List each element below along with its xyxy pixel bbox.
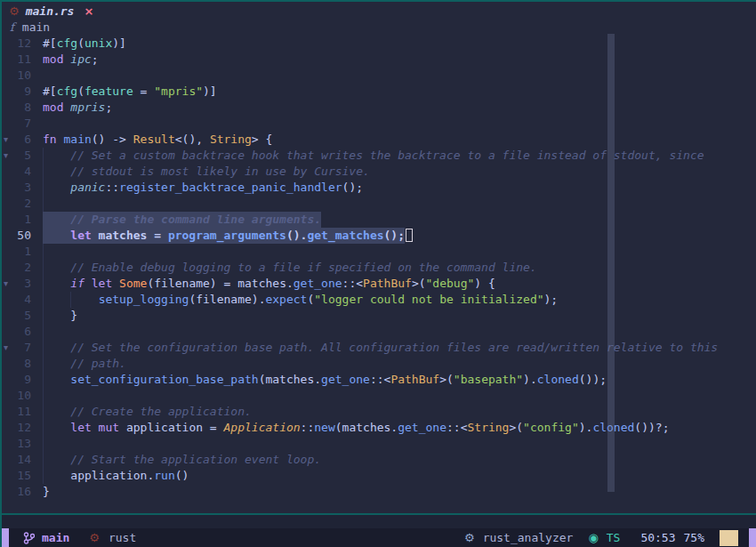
command-line[interactable] [2,515,756,528]
scrollbar-thumb[interactable] [607,34,615,492]
line-number: 1 [13,212,37,228]
code-line[interactable]: 4 setup_logging(filename).expect("logger… [2,292,756,308]
fold-spacer [2,388,13,404]
gutter-cell: 7 [2,116,37,132]
gutter-cell: 8 [2,356,37,372]
code-line[interactable]: ▾3 if let Some(filename) = matches.get_o… [2,276,756,292]
code-line[interactable]: 16} [2,484,756,500]
line-number: 5 [13,148,37,164]
cursor-position: 50:53 [640,531,675,544]
code-text: // Create the application. [43,404,252,420]
indent-guide [43,196,44,212]
lsp-server-name: rust_analyzer [483,531,574,544]
code-text: setup_logging(filename).expect("logger c… [43,292,558,308]
code-line[interactable]: 4 // stdout is most likely in use by Cur… [2,164,756,180]
code-text: // Start the application event loop. [43,452,321,468]
fold-spacer [2,468,13,484]
code-line[interactable]: 10 [2,388,756,404]
fold-spacer [2,356,13,372]
code-area[interactable]: 12#[cfg(unix)]11mod ipc;109#[cfg(feature… [2,34,756,513]
code-line[interactable]: 14 // Start the application event loop. [2,452,756,468]
code-line[interactable]: 12 let mut application = Application::ne… [2,420,756,436]
statusbar-right: ⚙ rust_analyzer ◉ TS 50:53 75% [464,530,749,546]
gutter-cell: 2 [2,260,37,276]
line-number: 10 [13,388,37,404]
line-number: 14 [13,452,37,468]
fold-spacer [2,52,13,68]
code-line[interactable]: 8 // path. [2,356,756,372]
fold-chevron-icon[interactable]: ▾ [2,340,13,356]
macro-indicator-block [720,530,738,546]
line-number: 16 [13,484,37,500]
indent-guide [43,244,44,260]
line-number: 7 [13,116,37,132]
gutter-cell: 4 [2,292,37,308]
code-line[interactable]: 9#[cfg(feature = "mpris")] [2,84,756,100]
fold-spacer [2,308,13,324]
line-number: 13 [13,436,37,452]
line-number: 9 [13,372,37,388]
line-number: 15 [13,468,37,484]
line-number: 50 [13,228,37,244]
line-number: 11 [13,52,37,68]
gutter-cell: 10 [2,68,37,84]
code-line[interactable]: 5 } [2,308,756,324]
code-text: #[cfg(unix)] [43,36,126,52]
tab-close-icon[interactable]: × [84,4,93,18]
code-line[interactable]: 1 // Parse the command line arguments. [2,212,756,228]
gutter-cell: 1 [2,244,37,260]
code-line[interactable]: 11 // Create the application. [2,404,756,420]
code-line[interactable]: 11mod ipc; [2,52,756,68]
gutter-cell: 9 [2,372,37,388]
line-number: 12 [13,420,37,436]
treesitter-icon: ◉ [588,531,598,544]
code-line[interactable]: 7 [2,116,756,132]
scroll-percent: 75% [684,531,704,544]
gutter-cell: 2 [2,196,37,212]
code-line[interactable]: 3 panic::register_backtrace_panic_handle… [2,180,756,196]
code-line[interactable]: 50 let matches = program_arguments().get… [2,228,756,244]
code-line[interactable]: 9 set_configuration_base_path(matches.ge… [2,372,756,388]
fold-spacer [2,484,13,500]
code-line[interactable]: 6 [2,324,756,340]
line-number: 11 [13,404,37,420]
gutter-cell: 1 [2,212,37,228]
code-line[interactable]: 15 application.run() [2,468,756,484]
fold-spacer [2,420,13,436]
code-line[interactable]: ▾7 // Set the configuration base path. A… [2,340,756,356]
code-line[interactable]: ▾6fn main() -> Result<(), String> { [2,132,756,148]
fold-chevron-icon[interactable]: ▾ [2,276,13,292]
code-line[interactable]: 10 [2,68,756,84]
code-line[interactable]: 12#[cfg(unix)] [2,36,756,52]
tab-main-rs[interactable]: ⚙ main.rs × [9,4,93,18]
code-text: // stdout is most likely in use by Cursi… [43,164,370,180]
gutter-cell: 6 [2,324,37,340]
fold-spacer [2,164,13,180]
gutter-cell: 16 [2,484,37,500]
gutter-cell: 12 [2,420,37,436]
fold-spacer [2,228,13,244]
gutter-cell: 8 [2,100,37,116]
code-line[interactable]: 2 [2,196,756,212]
fold-spacer [2,100,13,116]
gutter-cell: 9 [2,84,37,100]
fold-spacer [2,260,13,276]
line-number: 4 [13,292,37,308]
lsp-gear-icon: ⚙ [464,531,475,544]
fold-chevron-icon[interactable]: ▾ [2,148,13,164]
gutter-cell: ▾7 [2,340,37,356]
indent-guide [43,388,44,404]
code-line[interactable]: 1 [2,244,756,260]
breadcrumb: f main [2,20,756,34]
fold-spacer [2,196,13,212]
code-line[interactable]: 8mod mpris; [2,100,756,116]
fold-chevron-icon[interactable]: ▾ [2,132,13,148]
code-line[interactable]: ▾5 // Set a custom backtrace hook that w… [2,148,756,164]
gutter-cell: 11 [2,52,37,68]
line-number: 6 [13,324,37,340]
line-number: 8 [13,100,37,116]
line-number: 5 [13,308,37,324]
code-line[interactable]: 13 [2,436,756,452]
code-line[interactable]: 2 // Enable debug logging to a file if s… [2,260,756,276]
git-branch-icon [23,532,35,544]
